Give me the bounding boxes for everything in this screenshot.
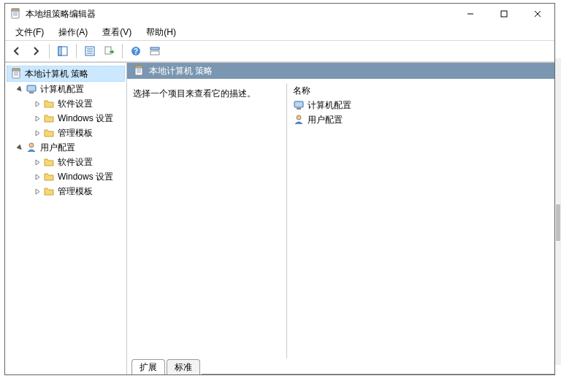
svg-rect-6 bbox=[501, 11, 507, 17]
expander-closed-icon[interactable] bbox=[33, 99, 42, 108]
folder-icon bbox=[43, 112, 55, 124]
svg-rect-15 bbox=[105, 47, 111, 54]
toolbar-separator bbox=[49, 44, 50, 58]
svg-rect-34 bbox=[297, 108, 301, 109]
tree-label: 软件设置 bbox=[58, 98, 93, 110]
computer-icon bbox=[293, 99, 305, 111]
tree-label: 软件设置 bbox=[58, 156, 93, 169]
window-title: 本地组策略编辑器 bbox=[26, 8, 96, 20]
back-button[interactable] bbox=[8, 42, 26, 60]
gpedit-window: 本地组策略编辑器 文件(F) 操作(A) 查看(V) 帮助(H) bbox=[4, 3, 555, 375]
folder-icon bbox=[43, 185, 55, 197]
client-area: 本地计算机 策略 计算机配置 软件设置 bbox=[5, 62, 554, 374]
svg-rect-1 bbox=[12, 9, 19, 11]
tree-computer-windows[interactable]: Windows 设置 bbox=[7, 111, 125, 126]
expander-closed-icon[interactable] bbox=[33, 158, 42, 166]
menu-help[interactable]: 帮助(H) bbox=[143, 25, 179, 40]
user-icon bbox=[293, 114, 305, 126]
maximize-button[interactable] bbox=[487, 4, 521, 24]
tree-label: 管理模板 bbox=[58, 185, 93, 198]
svg-rect-33 bbox=[294, 101, 303, 107]
right-body: 选择一个项目来查看它的描述。 名称 计算机配置 bbox=[127, 79, 554, 358]
right-heading-label: 本地计算机 策略 bbox=[149, 65, 213, 77]
expander-closed-icon[interactable] bbox=[33, 187, 42, 196]
folder-icon bbox=[43, 156, 55, 168]
folder-icon bbox=[43, 127, 55, 139]
toolbar: ? bbox=[5, 40, 554, 62]
tabs-row: 扩展 标准 bbox=[127, 358, 554, 374]
toolbar-separator bbox=[122, 44, 123, 58]
tab-extended[interactable]: 扩展 bbox=[131, 359, 165, 374]
tree-computer-software[interactable]: 软件设置 bbox=[7, 96, 125, 111]
tree-user-windows[interactable]: Windows 设置 bbox=[7, 169, 125, 184]
tree-user-software[interactable]: 软件设置 bbox=[7, 155, 125, 169]
tree-root[interactable]: 本地计算机 策略 bbox=[7, 66, 125, 82]
svg-rect-25 bbox=[27, 85, 36, 91]
tree-label: Windows 设置 bbox=[58, 112, 113, 125]
svg-point-27 bbox=[29, 143, 34, 147]
app-icon bbox=[9, 8, 21, 20]
svg-point-35 bbox=[297, 115, 301, 120]
tree-user[interactable]: 用户配置 bbox=[7, 140, 125, 155]
menu-action[interactable]: 操作(A) bbox=[56, 25, 91, 40]
tabstrip-line bbox=[202, 361, 554, 374]
folder-icon bbox=[43, 171, 55, 182]
tree-label: 管理模板 bbox=[58, 127, 93, 139]
tree-label: 用户配置 bbox=[40, 142, 75, 154]
expander-closed-icon[interactable] bbox=[33, 114, 42, 123]
svg-rect-18 bbox=[150, 47, 159, 50]
svg-rect-21 bbox=[12, 69, 20, 71]
menu-view[interactable]: 查看(V) bbox=[99, 25, 134, 40]
tree-pane[interactable]: 本地计算机 策略 计算机配置 软件设置 bbox=[5, 62, 127, 374]
minimize-button[interactable] bbox=[454, 4, 487, 24]
column-header-label: 名称 bbox=[293, 85, 310, 97]
list-item-computer-config[interactable]: 计算机配置 bbox=[287, 98, 549, 112]
svg-rect-29 bbox=[135, 66, 142, 68]
tree-computer[interactable]: 计算机配置 bbox=[7, 82, 125, 96]
close-button[interactable] bbox=[521, 4, 554, 24]
folder-icon bbox=[43, 98, 55, 109]
svg-rect-26 bbox=[29, 92, 34, 93]
expander-open-icon[interactable] bbox=[15, 143, 24, 152]
expander-closed-icon[interactable] bbox=[33, 128, 42, 137]
right-pane: 本地计算机 策略 选择一个项目来查看它的描述。 名称 计算机配置 bbox=[127, 62, 554, 374]
svg-rect-19 bbox=[150, 51, 159, 55]
expander-open-icon[interactable] bbox=[15, 85, 24, 93]
computer-icon bbox=[26, 83, 37, 95]
list-item-user-config[interactable]: 用户配置 bbox=[287, 112, 549, 127]
column-header-name[interactable]: 名称 bbox=[287, 83, 549, 98]
tab-standard[interactable]: 标准 bbox=[167, 359, 200, 374]
description-column: 选择一个项目来查看它的描述。 bbox=[133, 83, 286, 358]
expander-closed-icon[interactable] bbox=[33, 172, 42, 181]
tree-label: 本地计算机 策略 bbox=[25, 68, 88, 80]
right-header: 本地计算机 策略 bbox=[127, 63, 554, 79]
list-column: 名称 计算机配置 用户配置 bbox=[286, 83, 549, 358]
tree-label: 计算机配置 bbox=[40, 83, 84, 96]
menubar: 文件(F) 操作(A) 查看(V) 帮助(H) bbox=[5, 24, 554, 40]
tree-label: Windows 设置 bbox=[58, 171, 113, 183]
policy-icon bbox=[133, 65, 145, 77]
page-scroll-gutter[interactable] bbox=[555, 58, 561, 365]
tree-computer-templates[interactable]: 管理模板 bbox=[7, 126, 125, 140]
export-list-button[interactable] bbox=[100, 42, 118, 60]
properties-button[interactable] bbox=[81, 42, 99, 60]
description-hint: 选择一个项目来查看它的描述。 bbox=[133, 88, 256, 99]
scroll-thumb[interactable] bbox=[556, 204, 560, 241]
user-icon bbox=[26, 142, 37, 153]
menu-file[interactable]: 文件(F) bbox=[12, 25, 47, 40]
tree-user-templates[interactable]: 管理模板 bbox=[7, 184, 125, 199]
svg-text:?: ? bbox=[134, 47, 138, 55]
tab-label: 标准 bbox=[175, 361, 192, 374]
filter-button[interactable] bbox=[146, 42, 164, 60]
policy-icon bbox=[10, 68, 22, 80]
list-item-label: 用户配置 bbox=[308, 114, 343, 126]
window-buttons bbox=[454, 4, 554, 24]
list-item-label: 计算机配置 bbox=[308, 99, 351, 112]
svg-rect-10 bbox=[58, 47, 61, 55]
forward-button[interactable] bbox=[27, 42, 45, 60]
show-hide-tree-button[interactable] bbox=[54, 42, 72, 60]
help-button[interactable]: ? bbox=[127, 42, 145, 60]
tab-label: 扩展 bbox=[140, 361, 157, 374]
toolbar-separator bbox=[76, 44, 77, 58]
titlebar: 本地组策略编辑器 bbox=[5, 4, 554, 24]
